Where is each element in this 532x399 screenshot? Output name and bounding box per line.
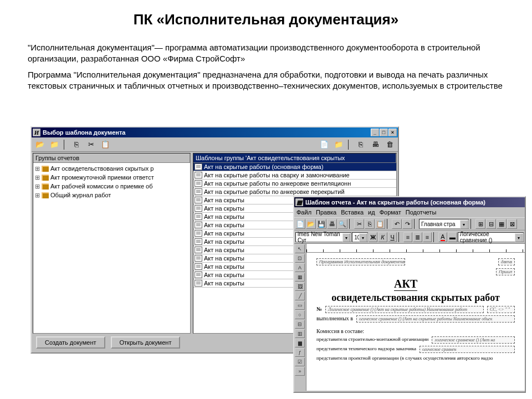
create-document-button[interactable]: Создать документ — [36, 336, 105, 349]
group-item[interactable]: ⊞Акт промежуточной приемки ответст — [34, 173, 189, 182]
formula-tool-icon[interactable]: ƒ — [295, 348, 305, 357]
menu-item[interactable]: Вставка — [341, 209, 364, 216]
toolbar-paste-icon[interactable]: 📋 — [99, 139, 111, 150]
save-icon[interactable]: 💾 — [316, 219, 326, 229]
cut-icon[interactable]: ✂ — [354, 219, 364, 229]
copy-icon[interactable]: ⎘ — [365, 219, 375, 229]
open-document-button[interactable]: Открыть документ — [111, 336, 181, 349]
template-label: Акт на скрытые работы (основная форма) — [204, 163, 324, 170]
group-item[interactable]: ⊞Акт освидетельствования скрытых р — [34, 164, 189, 173]
arrow-tool-icon[interactable]: ↖ — [295, 244, 305, 253]
maximize-button[interactable]: □ — [380, 129, 388, 136]
groups-tree[interactable]: ⊞Акт освидетельствования скрытых р⊞Акт п… — [33, 163, 190, 333]
field-rep-builder[interactable]: логическое сравнение () (Акт на — [432, 336, 515, 344]
toolbar-copy-icon[interactable]: ⎘ — [70, 139, 83, 150]
page-combo[interactable]: Главная стра — [419, 219, 469, 229]
select-tool-icon[interactable]: ⊡ — [295, 254, 305, 263]
field-program[interactable]: Программа Исполнительная документация — [316, 258, 405, 265]
document-icon — [195, 255, 202, 262]
field-rep-customer[interactable]: огическое сравнен — [420, 346, 515, 353]
tb-b-icon[interactable]: ⊟ — [486, 219, 496, 229]
label-done-at: выполненных в — [316, 315, 353, 323]
field-work-name[interactable]: Логическое сравнение () (Акт на скрытые … — [325, 306, 484, 313]
fill-icon[interactable]: ▬ — [448, 232, 457, 242]
close-button[interactable]: × — [388, 129, 397, 136]
chart-tool-icon[interactable]: ▆ — [295, 339, 305, 347]
circle-tool-icon[interactable]: ○ — [295, 310, 305, 319]
menu-bar[interactable]: ФайлПравкаВставкаидФорматПодотчеты — [294, 207, 525, 217]
template-label: Акт на скрыты — [204, 205, 244, 212]
toolbar-new-icon[interactable]: 📄 — [318, 139, 330, 150]
document-canvas[interactable]: Программа Исполнительная документация да… — [306, 253, 525, 391]
document-icon — [195, 180, 202, 187]
toolbar-copy2-icon[interactable]: ⎘ — [355, 139, 367, 150]
checkbox-tool-icon[interactable]: ☑ — [295, 357, 305, 366]
field-object-name[interactable]: огическое сравнение () (Акт на скрытые р… — [356, 315, 515, 323]
toolbar-print-icon[interactable]: 🖶 — [369, 139, 381, 150]
editor-app-icon: ▦ — [295, 198, 303, 206]
field-date[interactable]: дата — [498, 258, 515, 265]
template-label: Акт на скрыты — [204, 280, 244, 287]
tb-d-icon[interactable]: ⊠ — [507, 219, 517, 229]
image-tool-icon[interactable]: 🖼 — [295, 282, 305, 291]
rect-tool-icon[interactable]: ▭ — [295, 301, 305, 310]
font-color-icon[interactable]: A — [438, 232, 447, 242]
toolbar-folder2-icon[interactable]: 📁 — [332, 139, 345, 150]
toolbar-cut-icon[interactable]: ✂ — [85, 139, 97, 150]
titlebar[interactable]: И Выбор шаблона документа _ □ × — [32, 127, 398, 137]
template-item[interactable]: Акт на скрытые работы по анкеровке перек… — [193, 188, 396, 196]
menu-item[interactable]: ид — [368, 209, 375, 216]
toolbar-open-icon[interactable]: 📂 — [34, 139, 46, 150]
italic-icon[interactable]: К — [378, 232, 387, 242]
group-item[interactable]: ⊞Акт рабочей комиссии о приемке об — [34, 182, 189, 191]
field-appendix[interactable]: Приил — [496, 268, 515, 275]
print-icon[interactable]: 🖶 — [327, 219, 337, 229]
template-item[interactable]: Акт на скрытые работы (основная форма) — [193, 163, 396, 171]
preview-icon[interactable]: 🔍 — [337, 219, 347, 229]
editor-titlebar[interactable]: ▦ Шаблон отчета - Акт на скрытые работы … — [294, 197, 525, 207]
field-ss[interactable]: СС, <> " " — [487, 306, 515, 313]
underline-icon[interactable]: Ч — [388, 232, 397, 242]
menu-item[interactable]: Формат — [380, 209, 401, 216]
table-tool-icon[interactable]: ▦ — [295, 273, 305, 282]
folder-icon — [42, 183, 49, 190]
open-icon[interactable]: 📂 — [306, 219, 316, 229]
paste-icon[interactable]: 📋 — [375, 219, 385, 229]
template-item[interactable]: Акт на скрытые работы на сварку и замоно… — [193, 171, 396, 180]
group-label: Акт освидетельствования скрытых р — [50, 165, 154, 172]
align-left-icon[interactable]: ≡ — [403, 232, 412, 242]
field-marker-1: № — [316, 306, 322, 313]
folder-icon — [42, 192, 49, 198]
document-icon — [195, 230, 202, 237]
tb-c-icon[interactable]: ▦ — [497, 219, 507, 229]
group-item[interactable]: ⊞Общий журнал работ — [34, 191, 189, 200]
redo-icon[interactable]: ↷ — [402, 219, 412, 229]
field-tool-icon[interactable]: ⊟ — [295, 320, 305, 329]
template-label: Акт на скрыты — [204, 255, 244, 262]
template-item[interactable]: Акт на скрытые работы по анкеровке венти… — [193, 180, 396, 188]
align-center-icon[interactable]: ≣ — [413, 232, 422, 242]
bold-icon[interactable]: Ж — [369, 232, 377, 242]
chevron-tool-icon[interactable]: » — [295, 367, 305, 376]
barcode-tool-icon[interactable]: ▥ — [295, 329, 305, 338]
line-tool-icon[interactable]: ╱ — [295, 291, 305, 300]
tb-a-icon[interactable]: ⊞ — [475, 219, 485, 229]
menu-item[interactable]: Подотчеты — [406, 209, 437, 216]
horizontal-ruler[interactable] — [306, 244, 525, 253]
logic-combo[interactable]: Логическое сравнение () — [458, 232, 524, 242]
document-icon — [195, 205, 202, 212]
menu-item[interactable]: Файл — [296, 209, 311, 216]
slide-paragraph-1: "Исполнительная документация"— программа… — [28, 42, 504, 65]
minimize-button[interactable]: _ — [371, 129, 379, 136]
text-tool-icon[interactable]: A — [295, 263, 305, 272]
editor-toolbar-1: 📄 📂 💾 🖶 🔍 ✂ ⎘ 📋 ↶ ↷ Главная стра ⊞ ⊟ ▦ ⊠ — [294, 217, 525, 231]
size-combo[interactable]: 10 — [352, 232, 368, 242]
menu-item[interactable]: Правка — [316, 209, 336, 216]
toolbar-delete-icon[interactable]: 🗑 — [383, 139, 396, 150]
new-icon[interactable]: 📄 — [295, 219, 305, 229]
font-combo[interactable]: imes New Toman Cyr — [295, 232, 351, 242]
toolbar-folder-icon[interactable]: 📁 — [48, 139, 60, 150]
align-right-icon[interactable]: ≡ — [423, 232, 432, 242]
undo-icon[interactable]: ↶ — [392, 219, 402, 229]
template-label: Акт на скрытые работы на сварку и замоно… — [204, 172, 350, 178]
